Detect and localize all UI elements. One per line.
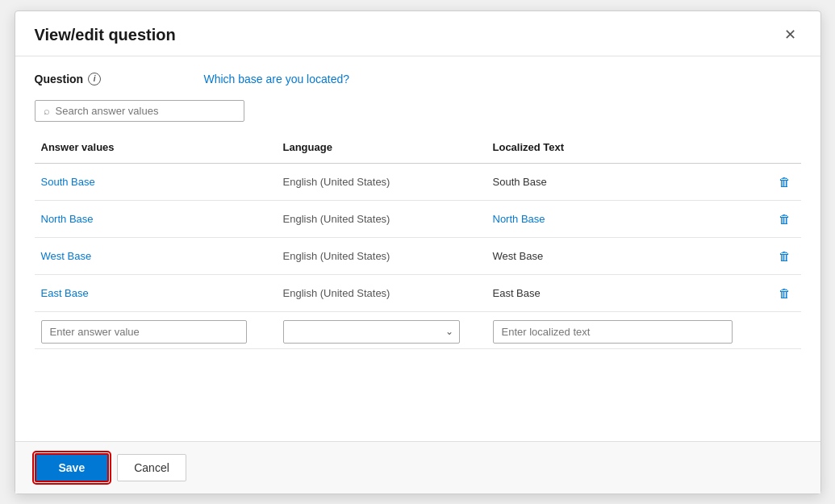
col-header-actions bbox=[766, 136, 801, 158]
col-header-answer: Answer values bbox=[35, 136, 277, 158]
table-row: North Base English (United States) North… bbox=[35, 201, 801, 238]
trash-icon-3: 🗑 bbox=[779, 249, 791, 263]
table-row: South Base English (United States) South… bbox=[35, 164, 801, 201]
answer-value-2: North Base bbox=[35, 205, 277, 233]
localized-4: East Base bbox=[486, 279, 766, 307]
table-row: West Base English (United States) West B… bbox=[35, 238, 801, 275]
delete-button-4[interactable]: 🗑 bbox=[772, 283, 797, 303]
trash-icon-2: 🗑 bbox=[779, 212, 791, 226]
table-header: Answer values Language Localized Text bbox=[35, 136, 801, 164]
delete-cell-4: 🗑 bbox=[766, 275, 801, 311]
answer-value-4: East Base bbox=[35, 279, 277, 307]
dialog-footer: Save Cancel bbox=[15, 441, 820, 494]
new-answer-row: English (United States) French (France) … bbox=[35, 315, 801, 349]
col-header-language: Language bbox=[277, 136, 486, 158]
delete-button-3[interactable]: 🗑 bbox=[772, 246, 797, 266]
delete-cell-3: 🗑 bbox=[766, 238, 801, 274]
question-row: Question i Which base are you located? bbox=[35, 73, 801, 85]
cancel-button[interactable]: Cancel bbox=[117, 454, 186, 481]
view-edit-dialog: View/edit question ✕ Question i Which ba… bbox=[15, 10, 821, 494]
delete-cell-1: 🗑 bbox=[766, 164, 801, 200]
answer-table: Answer values Language Localized Text So… bbox=[35, 136, 801, 349]
new-localized-cell bbox=[486, 320, 766, 344]
localized-1: South Base bbox=[486, 168, 766, 196]
language-3: English (United States) bbox=[277, 242, 486, 270]
language-select-wrapper: English (United States) French (France) … bbox=[283, 320, 461, 344]
localized-3: West Base bbox=[486, 242, 766, 270]
info-icon: i bbox=[88, 73, 101, 85]
save-button[interactable]: Save bbox=[35, 453, 110, 482]
search-input[interactable] bbox=[56, 105, 236, 117]
language-1: English (United States) bbox=[277, 168, 486, 196]
answer-value-1: South Base bbox=[35, 168, 277, 196]
question-label: Question i bbox=[35, 73, 132, 85]
close-button[interactable]: ✕ bbox=[779, 26, 801, 44]
dialog-header: View/edit question ✕ bbox=[15, 11, 820, 56]
new-language-cell: English (United States) French (France) … bbox=[277, 320, 486, 344]
localized-2: North Base bbox=[486, 205, 766, 233]
trash-icon-1: 🗑 bbox=[779, 175, 791, 189]
trash-icon-4: 🗑 bbox=[779, 286, 791, 300]
answer-value-3: West Base bbox=[35, 242, 277, 270]
dialog-body: Question i Which base are you located? ⌕… bbox=[15, 56, 820, 441]
delete-button-2[interactable]: 🗑 bbox=[772, 209, 797, 229]
language-select[interactable]: English (United States) French (France) … bbox=[283, 320, 461, 344]
language-4: English (United States) bbox=[277, 279, 486, 307]
answer-value-input[interactable] bbox=[41, 320, 248, 344]
language-2: English (United States) bbox=[277, 205, 486, 233]
question-value: Which base are you located? bbox=[204, 73, 350, 85]
localized-text-input[interactable] bbox=[493, 320, 733, 344]
question-label-text: Question bbox=[35, 73, 84, 85]
search-box: ⌕ bbox=[35, 100, 244, 122]
dialog-title: View/edit question bbox=[35, 26, 176, 44]
table-row: East Base English (United States) East B… bbox=[35, 275, 801, 312]
new-answer-cell bbox=[35, 320, 277, 344]
col-header-localized: Localized Text bbox=[486, 136, 766, 158]
delete-cell-2: 🗑 bbox=[766, 201, 801, 237]
delete-button-1[interactable]: 🗑 bbox=[772, 172, 797, 192]
search-icon: ⌕ bbox=[44, 105, 50, 117]
